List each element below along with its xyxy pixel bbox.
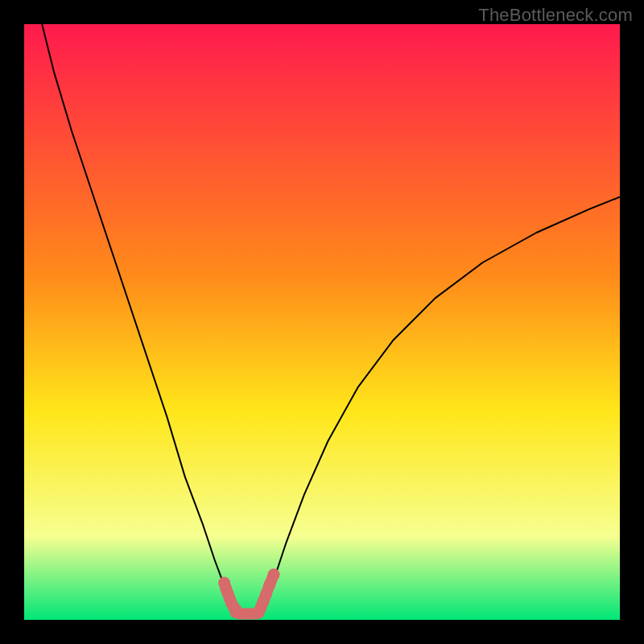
chart-svg [24,24,620,620]
gradient-background [24,24,620,620]
series-highlight-left-descent-bead [230,605,242,617]
watermark-text: TheBottleneck.com [478,5,633,26]
chart-frame: TheBottleneck.com [0,0,644,644]
plot-area [24,24,620,620]
series-highlight-right-ascent-bead [268,568,280,580]
